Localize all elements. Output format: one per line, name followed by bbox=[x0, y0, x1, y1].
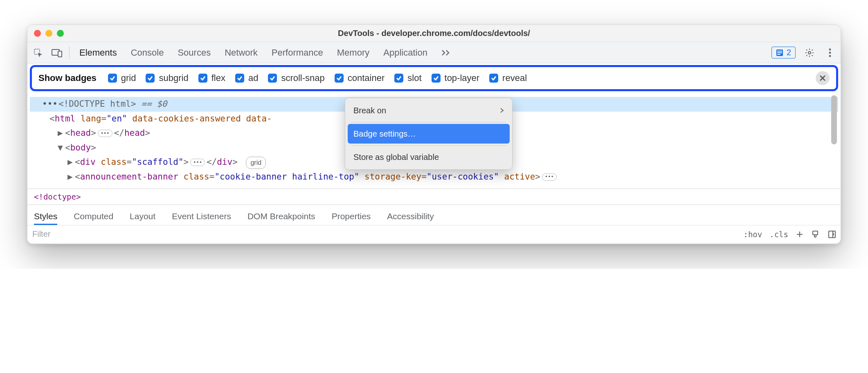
checkbox-icon bbox=[235, 74, 244, 83]
badge-checkbox-scroll-snap[interactable]: scroll-snap bbox=[268, 73, 324, 83]
svg-point-10 bbox=[829, 55, 831, 57]
badge-checkbox-top-layer[interactable]: top-layer bbox=[432, 73, 480, 83]
tab-memory[interactable]: Memory bbox=[337, 47, 369, 58]
breadcrumb[interactable]: <!doctype> bbox=[27, 189, 841, 204]
devtools-window: DevTools - developer.chrome.com/docs/dev… bbox=[27, 25, 841, 244]
grid-badge[interactable]: grid bbox=[246, 157, 266, 169]
checkbox-icon bbox=[146, 74, 155, 83]
ellipsis-icon[interactable]: ••• bbox=[190, 159, 205, 166]
styles-filter-input[interactable] bbox=[31, 225, 743, 243]
tab-network[interactable]: Network bbox=[225, 47, 258, 58]
checkbox-icon bbox=[394, 74, 403, 83]
ellipsis-icon[interactable]: ••• bbox=[542, 173, 557, 181]
paint-brush-icon[interactable] bbox=[811, 230, 820, 239]
subtab-event-listeners[interactable]: Event Listeners bbox=[172, 209, 231, 225]
scrollbar-thumb[interactable] bbox=[831, 95, 837, 144]
hov-toggle[interactable]: :hov bbox=[743, 230, 762, 239]
window-zoom-button[interactable] bbox=[57, 30, 64, 37]
dom-scrollbar[interactable] bbox=[831, 95, 837, 185]
subtab-dom-breakpoints[interactable]: DOM Breakpoints bbox=[247, 209, 315, 225]
settings-gear-icon[interactable] bbox=[803, 46, 816, 59]
show-badges-bar: Show badges grid subgrid flex ad scroll-… bbox=[30, 65, 838, 91]
inspect-element-icon[interactable] bbox=[31, 46, 45, 59]
svg-rect-4 bbox=[777, 51, 782, 52]
checkbox-icon bbox=[335, 74, 344, 83]
devtools-toolbar: Elements Console Sources Network Perform… bbox=[27, 42, 841, 63]
chevron-right-icon bbox=[500, 104, 504, 117]
kebab-menu-icon[interactable] bbox=[823, 46, 837, 59]
window-minimize-button[interactable] bbox=[45, 30, 52, 37]
svg-rect-12 bbox=[829, 231, 835, 238]
svg-rect-5 bbox=[777, 52, 782, 53]
badge-checkbox-grid[interactable]: grid bbox=[108, 73, 136, 83]
tab-performance[interactable]: Performance bbox=[272, 47, 323, 58]
cls-toggle[interactable]: .cls bbox=[769, 230, 788, 239]
subtab-computed[interactable]: Computed bbox=[74, 209, 113, 225]
main-tabs: Elements Console Sources Network Perform… bbox=[79, 47, 766, 58]
badge-checkbox-container[interactable]: container bbox=[335, 73, 385, 83]
badge-checkbox-ad[interactable]: ad bbox=[235, 73, 258, 83]
svg-rect-2 bbox=[58, 51, 62, 57]
more-tabs-icon[interactable] bbox=[441, 47, 452, 58]
checkbox-icon bbox=[489, 74, 498, 83]
checkbox-icon bbox=[108, 74, 117, 83]
issues-badge[interactable]: 2 bbox=[771, 47, 796, 58]
badge-checkbox-reveal[interactable]: reveal bbox=[489, 73, 527, 83]
svg-rect-11 bbox=[813, 231, 818, 235]
computed-panel-icon[interactable] bbox=[828, 230, 837, 239]
window-close-button[interactable] bbox=[34, 30, 41, 37]
checkbox-icon bbox=[268, 74, 277, 83]
context-menu: Break on Badge settings… Store as global… bbox=[345, 98, 513, 170]
toolbar-right: 2 bbox=[771, 46, 837, 59]
tab-sources[interactable]: Sources bbox=[178, 47, 211, 58]
svg-point-8 bbox=[829, 48, 831, 50]
subtab-styles[interactable]: Styles bbox=[34, 209, 57, 225]
styles-panel-tabs: Styles Computed Layout Event Listeners D… bbox=[27, 204, 841, 225]
context-menu-badge-settings[interactable]: Badge settings… bbox=[348, 124, 510, 144]
issues-count: 2 bbox=[787, 48, 791, 57]
context-menu-separator bbox=[351, 145, 506, 146]
context-menu-separator bbox=[351, 122, 506, 122]
badge-checkbox-flex[interactable]: flex bbox=[198, 73, 225, 83]
ellipsis-icon[interactable]: ••• bbox=[98, 130, 112, 137]
dom-node-announcement-banner[interactable]: ▶<announcement-banner class="cookie-bann… bbox=[30, 170, 838, 184]
context-menu-break-on[interactable]: Break on bbox=[348, 101, 510, 120]
badge-checkbox-subgrid[interactable]: subgrid bbox=[146, 73, 188, 83]
styles-filter-tools: :hov .cls bbox=[743, 230, 837, 239]
svg-point-7 bbox=[808, 52, 811, 54]
checkbox-icon bbox=[198, 74, 207, 83]
subtab-accessibility[interactable]: Accessibility bbox=[387, 209, 434, 225]
toolbar-divider bbox=[69, 47, 70, 59]
traffic-lights bbox=[34, 30, 64, 37]
badge-checkbox-slot[interactable]: slot bbox=[394, 73, 421, 83]
device-toolbar-icon[interactable] bbox=[50, 46, 63, 59]
subtab-layout[interactable]: Layout bbox=[130, 209, 155, 225]
context-menu-store-global[interactable]: Store as global variable bbox=[348, 147, 510, 167]
svg-point-9 bbox=[829, 52, 831, 54]
tab-elements[interactable]: Elements bbox=[79, 47, 117, 58]
subtab-properties[interactable]: Properties bbox=[332, 209, 371, 225]
styles-filter-row: :hov .cls bbox=[27, 225, 841, 244]
tab-console[interactable]: Console bbox=[131, 47, 164, 58]
window-title: DevTools - developer.chrome.com/docs/dev… bbox=[27, 29, 841, 38]
dom-tree[interactable]: <!DOCTYPE html> == $0 <html lang="en" da… bbox=[30, 94, 838, 186]
new-style-rule-icon[interactable] bbox=[796, 230, 804, 238]
show-badges-label: Show badges bbox=[38, 73, 97, 83]
close-badges-bar-button[interactable] bbox=[816, 71, 830, 85]
svg-rect-6 bbox=[777, 54, 780, 55]
checkbox-icon bbox=[432, 74, 441, 83]
tab-application[interactable]: Application bbox=[383, 47, 427, 58]
titlebar: DevTools - developer.chrome.com/docs/dev… bbox=[27, 25, 841, 42]
